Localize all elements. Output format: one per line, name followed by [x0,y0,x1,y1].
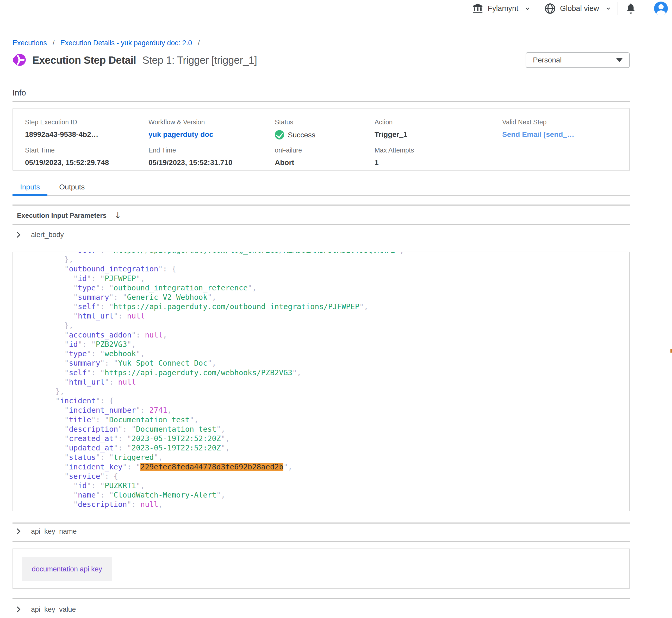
field-onfailure: onFailure Abort [275,146,374,167]
page-subtitle: Step 1: Trigger [trigger_1] [142,55,257,66]
breadcrumb-separator: / [53,39,55,47]
divider [12,598,630,599]
divider [12,74,630,74]
field-workflow-version: Workflow & Version yuk pagerduty doc [149,118,275,139]
divider [12,205,630,206]
select-arrow-icon [616,58,622,62]
divider [12,541,630,542]
breadcrumb: Executions / Execution Details - yuk pag… [12,39,630,47]
api-key-name-box: documentation api key [12,548,630,589]
chevron-right-icon [16,231,21,239]
breadcrumb-separator: / [198,39,200,47]
field-action: Action Trigger_1 [374,118,502,139]
breadcrumb-execution-details[interactable]: Execution Details - yuk pagerduty doc: 2… [61,39,192,47]
bank-icon [472,3,484,15]
field-valid-next-step: Valid Next Step Send Email [send_… [502,118,629,139]
avatar-head [659,4,664,9]
tab-outputs[interactable]: Outputs [52,184,92,195]
field-start-time: Start Time 05/19/2023, 15:52:29.748 [25,146,149,167]
divider [12,522,630,524]
view-switcher[interactable]: Global view [544,3,611,15]
next-step-link[interactable]: Send Email [send_… [502,130,574,138]
org-switcher[interactable]: Fylamynt [472,3,530,15]
chevron-down-icon [525,6,530,11]
json-payload: "self": "https://api.pagerduty.com/log_e… [29,251,404,511]
field-end-time: End Time 05/19/2023, 15:52:31.710 [149,146,275,167]
chevron-right-icon [16,606,21,613]
field-step-execution-id: Step Execution ID 18992a43-9538-4b2… [25,118,149,139]
notifications-bell-icon[interactable] [625,3,637,15]
divider [12,224,630,225]
scope-select-value: Personal [533,56,562,64]
download-arrow-icon[interactable]: ↓ [114,212,121,219]
avatar-body [656,10,666,15]
divider [617,2,618,15]
chevron-right-icon [16,527,21,535]
divider [537,2,537,15]
section-heading: Execution Input Parameters [17,212,106,219]
info-card: Step Execution ID 18992a43-9538-4b2… Wor… [12,108,630,171]
user-avatar[interactable] [654,2,668,15]
code-block[interactable]: "self": "https://api.pagerduty.com/log_e… [12,251,630,511]
fylamynt-logo-icon [12,54,26,67]
chevron-down-icon [606,6,611,11]
breadcrumb-executions[interactable]: Executions [12,39,47,47]
view-label: Global view [560,4,599,13]
success-check-icon [275,130,284,139]
org-label: Fylamynt [488,4,518,13]
top-bar: Fylamynt Global view [0,0,672,17]
globe-icon [544,3,556,15]
tab-inputs[interactable]: Inputs [12,184,48,195]
field-status: Status Success [275,118,374,139]
scroll-highlight-marker [670,349,672,352]
tab-bar: Inputs Outputs [12,184,630,196]
page-title: Execution Step Detail [32,55,136,66]
info-heading: Info [12,88,630,98]
param-row-api-key-value[interactable]: api_key_value [12,606,630,613]
field-max-attempts: Max Attempts 1 [374,146,502,167]
scope-select[interactable]: Personal [526,52,630,68]
api-key-name-chip: documentation api key [22,557,112,581]
param-row-api-key-name[interactable]: api_key_name [12,527,630,535]
workflow-link[interactable]: yuk pagerduty doc [149,130,213,138]
divider [12,101,630,102]
param-row-alert-body[interactable]: alert_body [12,231,630,239]
